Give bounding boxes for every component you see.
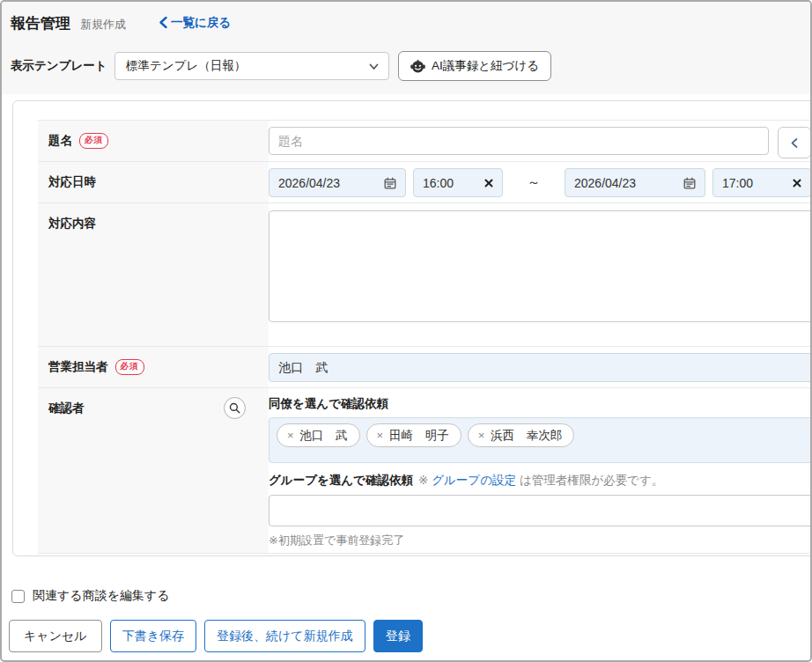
related-deal-checkbox-row: 関連する商談を編集する xyxy=(11,588,170,604)
remove-icon[interactable]: × xyxy=(377,430,384,441)
template-row: 表示テンプレート 標準テンプレ（日報） AI議事録と紐づける xyxy=(11,51,551,81)
colleague-chip: × 浜西 幸次郎 xyxy=(468,423,575,447)
required-badge: 必須 xyxy=(115,359,144,375)
content-textarea[interactable] xyxy=(269,210,812,322)
group-note-rest: は管理者権限が必要です。 xyxy=(520,474,663,487)
template-label: 表示テンプレート xyxy=(11,58,114,74)
row-confirmer: 確認者 同僚を選んで確認依頼 × 池口 武 xyxy=(38,387,812,553)
action-buttons: キャンセル 下書き保存 登録後、続けて新規作成 登録 xyxy=(9,620,423,652)
register-button[interactable]: 登録 xyxy=(373,620,423,652)
colleague-chip: × 池口 武 xyxy=(277,423,360,447)
title-label: 題名 xyxy=(48,134,72,147)
sales-rep-content-cell xyxy=(269,347,812,387)
remove-icon[interactable]: × xyxy=(478,430,485,441)
form-table: 題名必須 対応日時 xyxy=(38,120,812,554)
group-settings-link[interactable]: グループの設定 xyxy=(432,474,516,487)
end-date-input[interactable]: 2026/04/23 xyxy=(565,168,705,197)
content-label: 対応内容 xyxy=(48,217,96,230)
page-subtitle: 新規作成 xyxy=(80,17,126,33)
group-request-label: グループを選んで確認依頼 xyxy=(269,474,413,487)
related-deal-checkbox-label: 関連する商談を編集する xyxy=(33,588,170,604)
colleague-chips-box[interactable]: × 池口 武 × 田崎 明子 × 浜西 幸次郎 xyxy=(269,417,812,463)
datetime-separator: ～ xyxy=(503,174,565,191)
required-badge: 必須 xyxy=(79,133,108,149)
end-time-value: 17:00 xyxy=(722,176,753,190)
chip-label: 田崎 明子 xyxy=(389,428,449,444)
content-content-cell xyxy=(269,203,812,346)
ai-button-label: AI議事録と紐づける xyxy=(432,58,539,74)
save-draft-button[interactable]: 下書き保存 xyxy=(110,620,196,652)
sales-rep-input[interactable] xyxy=(269,353,812,382)
sales-rep-label-cell: 営業担当者必須 xyxy=(38,347,269,387)
datetime-content-cell: 2026/04/23 16:00 xyxy=(269,162,812,202)
remove-icon[interactable]: × xyxy=(287,430,294,441)
row-title: 題名必須 xyxy=(38,120,812,161)
related-deal-checkbox[interactable] xyxy=(11,590,25,603)
chevron-down-icon xyxy=(369,63,379,70)
colleague-chip: × 田崎 明子 xyxy=(366,423,461,447)
title-label-cell: 題名必須 xyxy=(38,121,269,161)
end-time-input[interactable]: 17:00 xyxy=(712,168,811,197)
calendar-icon[interactable] xyxy=(683,177,696,189)
sales-rep-label: 営業担当者 xyxy=(48,360,108,373)
search-icon xyxy=(229,402,240,414)
row-content: 対応内容 xyxy=(38,202,812,346)
ai-minutes-link-button[interactable]: AI議事録と紐づける xyxy=(398,51,551,81)
title-row: 報告管理 新規作成 一覧に戻る xyxy=(11,13,231,33)
start-time-value: 16:00 xyxy=(423,176,454,190)
search-user-button[interactable] xyxy=(224,397,246,419)
back-link-label: 一覧に戻る xyxy=(171,15,231,31)
confirmer-label-cell: 確認者 xyxy=(38,388,269,553)
collapse-button[interactable] xyxy=(778,127,811,158)
template-selected-value: 標準テンプレ（日報） xyxy=(126,58,246,74)
title-input[interactable] xyxy=(269,127,769,155)
end-date-value: 2026/04/23 xyxy=(574,176,636,190)
preset-note: ※初期設置で事前登録完了 xyxy=(269,533,812,548)
chip-label: 浜西 幸次郎 xyxy=(491,428,562,444)
group-input[interactable] xyxy=(269,495,812,526)
register-and-continue-button[interactable]: 登録後、続けて新規作成 xyxy=(204,620,365,652)
datetime-label: 対応日時 xyxy=(48,175,96,188)
confirmer-content-cell: 同僚を選んで確認依頼 × 池口 武 × 田崎 明子 × 浜西 幸次郎 xyxy=(269,388,812,553)
confirmer-label: 確認者 xyxy=(48,401,85,415)
content-label-cell: 対応内容 xyxy=(38,203,269,346)
page-header: 報告管理 新規作成 一覧に戻る 表示テンプレート 標準テンプレ（日報） xyxy=(2,2,810,94)
clear-icon[interactable] xyxy=(484,179,493,188)
title-content-cell xyxy=(269,121,812,161)
cancel-button[interactable]: キャンセル xyxy=(9,620,102,652)
row-sales-rep: 営業担当者必須 xyxy=(38,346,812,387)
back-to-list-link[interactable]: 一覧に戻る xyxy=(159,15,231,31)
datetime-label-cell: 対応日時 xyxy=(38,162,269,202)
chevron-left-icon xyxy=(790,137,799,149)
robot-icon xyxy=(410,59,425,74)
chip-label: 池口 武 xyxy=(300,428,348,444)
start-date-input[interactable]: 2026/04/23 xyxy=(269,168,406,197)
start-time-input[interactable]: 16:00 xyxy=(413,168,503,197)
colleague-request-label: 同僚を選んで確認依頼 xyxy=(269,396,812,412)
page-title: 報告管理 xyxy=(11,13,70,33)
group-request-line: グループを選んで確認依頼※グループの設定は管理者権限が必要です。 xyxy=(269,473,812,489)
clear-icon[interactable] xyxy=(793,179,801,188)
app-window: 報告管理 新規作成 一覧に戻る 表示テンプレート 標準テンプレ（日報） xyxy=(0,0,812,662)
row-datetime: 対応日時 2026/04/23 xyxy=(38,161,812,202)
template-select[interactable]: 標準テンプレ（日報） xyxy=(114,52,389,80)
group-note-mark: ※ xyxy=(418,474,428,487)
start-date-value: 2026/04/23 xyxy=(278,176,340,190)
chevron-left-icon xyxy=(159,17,167,28)
form-panel: 題名必須 対応日時 xyxy=(12,100,812,556)
calendar-icon[interactable] xyxy=(384,177,396,189)
